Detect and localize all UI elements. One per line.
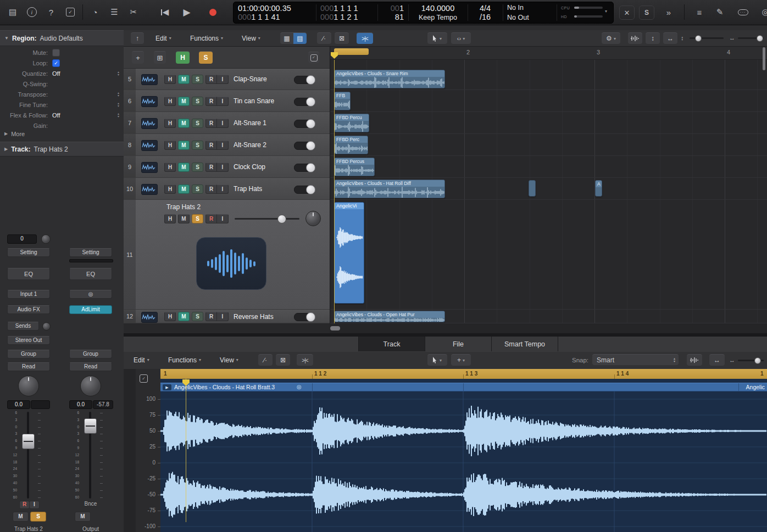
vertical-zoom-handle[interactable] bbox=[695, 35, 702, 42]
catch-playhead-icon[interactable]: >|< bbox=[297, 354, 313, 366]
mute-button[interactable]: M bbox=[75, 512, 91, 522]
record-enable-button[interactable]: R bbox=[19, 501, 30, 509]
fader-cap[interactable] bbox=[22, 434, 35, 449]
mute-button[interactable]: M bbox=[178, 141, 190, 150]
volume-value[interactable]: 0.0 bbox=[7, 400, 30, 409]
functions-menu[interactable]: Functions▾ bbox=[190, 33, 223, 43]
rewind-button[interactable]: ◀ bbox=[155, 4, 174, 20]
functions-menu[interactable]: Functions▾ bbox=[168, 355, 201, 365]
lcd-time[interactable]: 01:00:00:00.35 bbox=[238, 4, 291, 13]
record-button[interactable]: R bbox=[205, 214, 217, 223]
audio-region[interactable]: AngelicVibes - Clouds - Hat Roll Diff bbox=[334, 180, 445, 198]
pointer-tool-button[interactable]: ▾ bbox=[427, 32, 447, 44]
track-on-toggle[interactable] bbox=[294, 313, 315, 321]
setting-button[interactable]: Setting bbox=[69, 248, 112, 257]
solo-all-button[interactable]: S bbox=[199, 51, 213, 64]
sends-knob[interactable] bbox=[42, 322, 51, 331]
lcd-division[interactable]: /16 bbox=[470, 13, 501, 21]
vertical-scrollbar[interactable] bbox=[763, 47, 765, 70]
input-button[interactable]: I bbox=[217, 141, 229, 150]
record-button[interactable] bbox=[202, 4, 223, 20]
horizontal-scrollbar-track[interactable] bbox=[330, 323, 767, 333]
flex-icon[interactable]: ⊠ bbox=[276, 354, 290, 366]
audio-region[interactable]: A bbox=[595, 180, 602, 197]
solo-button[interactable]: S bbox=[192, 312, 203, 321]
track-header[interactable]: 9HMSRIClock Clop bbox=[124, 156, 330, 178]
solo-button[interactable]: S bbox=[192, 184, 203, 194]
solo-button[interactable]: S bbox=[192, 75, 203, 84]
horizontal-zoom-handle[interactable] bbox=[757, 35, 763, 42]
tab-track[interactable]: Track bbox=[358, 337, 425, 351]
input-button[interactable]: I bbox=[217, 119, 229, 128]
limiter-button[interactable]: AdLimit bbox=[69, 305, 112, 314]
automation-icon[interactable]: ∕· bbox=[258, 354, 273, 366]
icon-knob[interactable] bbox=[41, 234, 51, 244]
lcd-counter-bottom[interactable]: 81 bbox=[381, 13, 404, 21]
lcd-locator-left[interactable]: 0001 1 1 1 bbox=[320, 4, 358, 13]
horizontal-scrollbar-thumb[interactable] bbox=[330, 326, 340, 331]
view-menu[interactable]: View▾ bbox=[242, 33, 260, 43]
tab-file[interactable]: File bbox=[425, 337, 491, 351]
checkbox[interactable] bbox=[52, 49, 60, 57]
record-button[interactable]: R bbox=[205, 312, 217, 321]
region-view-icon[interactable]: ▤ bbox=[293, 32, 307, 44]
flex-icon[interactable]: ⊠ bbox=[335, 32, 349, 44]
record-button[interactable]: R bbox=[205, 184, 217, 194]
output-button[interactable]: Stereo Out bbox=[7, 336, 50, 345]
disclosure-triangle-icon[interactable]: ▶ bbox=[4, 147, 8, 152]
lcd-chevron-icon[interactable]: ▾ bbox=[605, 9, 607, 14]
smart-controls-icon[interactable]: ◔ bbox=[87, 4, 103, 20]
hide-button[interactable]: H bbox=[164, 163, 176, 172]
input-button[interactable]: I bbox=[217, 214, 229, 223]
secondary-tool-button[interactable]: +▾ bbox=[451, 354, 471, 366]
solo-button[interactable]: S bbox=[192, 119, 203, 128]
audio-region[interactable]: FFBD Perc bbox=[334, 136, 368, 154]
stepper-icon[interactable]: ▴▾ bbox=[118, 71, 119, 76]
mute-button[interactable]: M bbox=[178, 312, 190, 321]
sends-button[interactable]: Sends bbox=[7, 322, 39, 331]
record-button[interactable]: R bbox=[205, 97, 217, 106]
group-button[interactable]: Group bbox=[7, 350, 50, 359]
editor-config-icon[interactable]: ✓ bbox=[140, 374, 148, 383]
setting-button[interactable]: Setting bbox=[7, 248, 50, 257]
track-on-toggle[interactable] bbox=[294, 186, 315, 194]
track-on-toggle[interactable] bbox=[294, 164, 315, 172]
disclosure-triangle-icon[interactable]: ▼ bbox=[4, 36, 9, 41]
cancel-box-icon[interactable]: ✕ bbox=[619, 5, 635, 20]
inspector-icon[interactable]: i bbox=[24, 4, 40, 20]
play-button[interactable]: ▶ bbox=[177, 4, 196, 20]
hide-button[interactable]: H bbox=[164, 119, 176, 128]
list-editors-icon[interactable]: ≡ bbox=[691, 4, 708, 20]
mixer-icon[interactable]: ☰ bbox=[106, 4, 123, 20]
cycle-region[interactable] bbox=[334, 48, 369, 55]
input-button[interactable]: I bbox=[217, 163, 229, 172]
waveform-display[interactable] bbox=[160, 379, 767, 532]
waveform-zoom-icon[interactable] bbox=[687, 354, 702, 366]
audio-region[interactable]: AngelicVibes - Clouds - Open Hat Pur bbox=[334, 311, 445, 322]
disclosure-triangle-icon[interactable]: ▶ bbox=[4, 131, 8, 136]
record-button[interactable]: R bbox=[205, 75, 217, 84]
track-header[interactable]: 5HMSRIClap-Snare bbox=[124, 68, 330, 90]
solo-button[interactable]: S bbox=[192, 163, 203, 172]
pan-knob[interactable] bbox=[18, 376, 39, 396]
track-header[interactable]: 12HMSRIReverse Hats bbox=[124, 310, 330, 323]
quick-help-icon[interactable]: ? bbox=[43, 4, 59, 20]
record-button[interactable]: R bbox=[205, 163, 217, 172]
playhead-line[interactable] bbox=[334, 59, 335, 323]
track-header[interactable]: 6HMSRITin can Snare bbox=[124, 90, 330, 112]
stepper-icon[interactable]: ▴▾ bbox=[118, 102, 119, 108]
bar-ruler[interactable]: 1234 bbox=[330, 46, 767, 60]
duplicate-track-button[interactable]: ⊞ bbox=[154, 51, 166, 64]
hide-button[interactable]: H bbox=[164, 97, 176, 106]
automation-button[interactable]: Read bbox=[7, 362, 50, 371]
hide-button[interactable]: H bbox=[164, 214, 176, 223]
mute-button[interactable]: M bbox=[178, 119, 190, 128]
track-inspector-header[interactable]: ▶ Track: Trap Hats 2 bbox=[0, 142, 128, 156]
input-button[interactable]: I bbox=[217, 312, 229, 321]
input-button[interactable]: I bbox=[217, 75, 229, 84]
input-button[interactable]: I bbox=[217, 184, 229, 194]
edit-menu[interactable]: Edit▾ bbox=[134, 355, 149, 365]
track-header-config-icon[interactable]: ✓ bbox=[308, 52, 319, 63]
record-button[interactable]: R bbox=[205, 141, 217, 150]
tab-smart-tempo[interactable]: Smart Tempo bbox=[491, 337, 558, 351]
